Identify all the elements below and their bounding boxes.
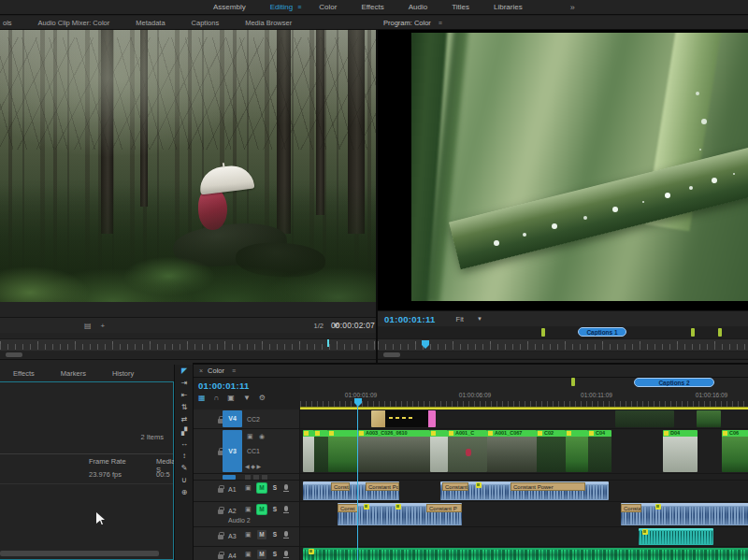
video-clip[interactable] [566, 430, 588, 472]
tab-audio-clip-mixer-color[interactable]: Audio Clip Mixer: Color [25, 19, 123, 27]
workspace-tab-menu-icon[interactable]: ≡ [297, 4, 301, 10]
voiceover-record-icon[interactable] [284, 484, 288, 490]
audio-transition[interactable]: Constant P [426, 504, 462, 512]
panel-menu-icon[interactable]: ≡ [439, 20, 442, 26]
timeline-playhead-line[interactable] [357, 402, 358, 560]
column-frame-rate[interactable]: Frame Rate [89, 457, 126, 466]
slip-tool[interactable]: ↔ [175, 438, 194, 450]
program-scrollbar[interactable] [378, 352, 748, 358]
solo-button[interactable]: S [270, 550, 280, 559]
audio-transition[interactable]: Constant Power [511, 482, 585, 491]
close-icon[interactable]: × [199, 367, 203, 374]
source-playhead[interactable] [327, 339, 329, 347]
video-clip[interactable] [303, 430, 314, 472]
audio-clip[interactable] [639, 528, 713, 545]
track-lock-icon[interactable] [218, 554, 223, 559]
program-time-ruler[interactable] [378, 338, 748, 351]
track-target-V4[interactable]: V4 [223, 410, 242, 427]
track-lane-A2[interactable]: ConstConstant PConsta [300, 502, 748, 526]
tab-captions[interactable]: Captions [179, 19, 233, 27]
mute-button[interactable]: M [257, 550, 266, 559]
zoom-tool[interactable]: ⊕ [175, 486, 194, 498]
workspace-tab-effects[interactable]: Effects [349, 3, 396, 11]
video-clip[interactable]: C06 [722, 430, 748, 472]
slide-tool[interactable]: ↕ [175, 450, 194, 462]
add-edit-icon[interactable]: + [101, 322, 106, 330]
mute-button[interactable]: M [257, 530, 266, 539]
source-scrollbar[interactable] [0, 352, 376, 358]
zoom-level-select[interactable]: 1/2 [314, 322, 324, 330]
source-time-ruler[interactable] [0, 338, 376, 351]
workspace-overflow-button[interactable]: » [570, 3, 575, 12]
razor-tool[interactable]: ▞ [175, 425, 194, 438]
track-lane-V4[interactable] [300, 409, 748, 428]
settings-icon[interactable]: ▤ [84, 322, 92, 330]
source-patch-icon[interactable]: ▣ [245, 484, 252, 492]
track-lock-icon[interactable] [218, 510, 223, 514]
voiceover-record-icon[interactable] [284, 551, 288, 556]
tab-markers[interactable]: Markers [48, 369, 99, 378]
track-select-forward-tool[interactable]: ⇥ [175, 377, 194, 389]
video-clip[interactable] [314, 430, 328, 472]
track-target-V3[interactable]: V3 [223, 430, 242, 472]
sequence-marker[interactable] [571, 378, 575, 386]
audio-transition[interactable]: Constant Pow [366, 482, 399, 491]
workspace-tab-assembly[interactable]: Assembly [201, 3, 258, 11]
mute-button[interactable]: M [257, 483, 266, 493]
solo-button[interactable]: S [270, 505, 280, 514]
source-patch-icon[interactable]: ▣ [245, 551, 252, 558]
pen-tool[interactable]: ✎ [175, 462, 194, 474]
solo-button[interactable]: S [270, 483, 280, 493]
horizontal-scrollbar[interactable] [0, 551, 159, 556]
video-clip[interactable]: A001_C [448, 430, 487, 472]
solo-button[interactable]: S [270, 530, 280, 539]
snap-icon[interactable]: ∩ [214, 394, 220, 402]
track-lock-icon[interactable] [218, 488, 223, 493]
tab-media-browser[interactable]: Media Browser [232, 19, 305, 27]
ripple-edit-tool[interactable]: ⇤ [175, 389, 194, 401]
tab-effects[interactable]: Effects [0, 369, 48, 378]
source-patch-icon[interactable]: ▣ [245, 531, 252, 538]
sequence-marker[interactable] [541, 328, 545, 337]
nest-icon[interactable]: ▦ [198, 394, 206, 402]
linked-selection-icon[interactable]: ▣ [227, 394, 235, 402]
tab-metadata[interactable]: Metadata [122, 19, 178, 27]
track-lane-A4[interactable] [300, 547, 748, 560]
audio-transition[interactable]: Const [338, 504, 358, 512]
video-clip[interactable] [430, 430, 448, 472]
track-target-chip[interactable] [223, 475, 236, 480]
sequence-marker[interactable] [718, 328, 722, 337]
voiceover-record-icon[interactable] [284, 506, 288, 511]
marker-icon[interactable]: ▼ [243, 394, 251, 402]
panel-menu-icon[interactable]: ≡ [232, 367, 236, 374]
hand-tool[interactable]: ∪ [175, 474, 194, 486]
scrollbar-handle[interactable] [383, 352, 400, 357]
workspace-tab-titles[interactable]: Titles [439, 3, 482, 11]
rate-stretch-tool[interactable]: ⇄ [175, 413, 194, 425]
selection-tool[interactable]: ◤ [175, 365, 194, 377]
timeline-ruler[interactable]: 01:00:01:0901:00:06:0901:00:11:0901:00:1… [300, 378, 748, 407]
video-clip[interactable]: D04 [663, 430, 698, 472]
track-lane-A1[interactable]: ConstaConstant PowConstantConstant Power [300, 481, 748, 501]
video-clip[interactable] [328, 430, 358, 472]
tab-program-monitor[interactable]: Program: Color ≡ [383, 16, 442, 30]
source-patch-icon[interactable]: ▣ [247, 433, 253, 440]
keyframe-nav-icons[interactable]: ◀ ◆ ▶ [245, 463, 261, 469]
tab-ols[interactable]: ols [0, 19, 25, 27]
video-clip[interactable]: C04 [588, 430, 611, 472]
wrench-icon[interactable]: ⚙ [259, 394, 266, 402]
source-patch-icon[interactable]: ▣ [245, 506, 252, 513]
workspace-tab-audio[interactable]: Audio [396, 3, 439, 11]
workspace-tab-libraries[interactable]: Libraries [482, 3, 535, 11]
timeline-tab-label[interactable]: Color [208, 366, 224, 375]
timeline-timecode[interactable]: 01:00:01:11 [198, 381, 250, 391]
track-lane-V1[interactable] [300, 474, 748, 480]
sequence-marker[interactable] [691, 328, 695, 337]
dropdown-icon[interactable]: ▼ [477, 316, 482, 322]
track-lane-V3[interactable]: A003_C026_0610A001_CA001_C067C02C04D04C0… [300, 429, 748, 473]
video-clip[interactable] [615, 410, 674, 427]
caption-segment-clip[interactable] [371, 410, 436, 427]
caption-block-pill[interactable]: Captions 1 [578, 327, 626, 337]
tab-history[interactable]: History [99, 369, 147, 378]
toggle-track-output-icon[interactable]: ◉ [259, 433, 265, 440]
